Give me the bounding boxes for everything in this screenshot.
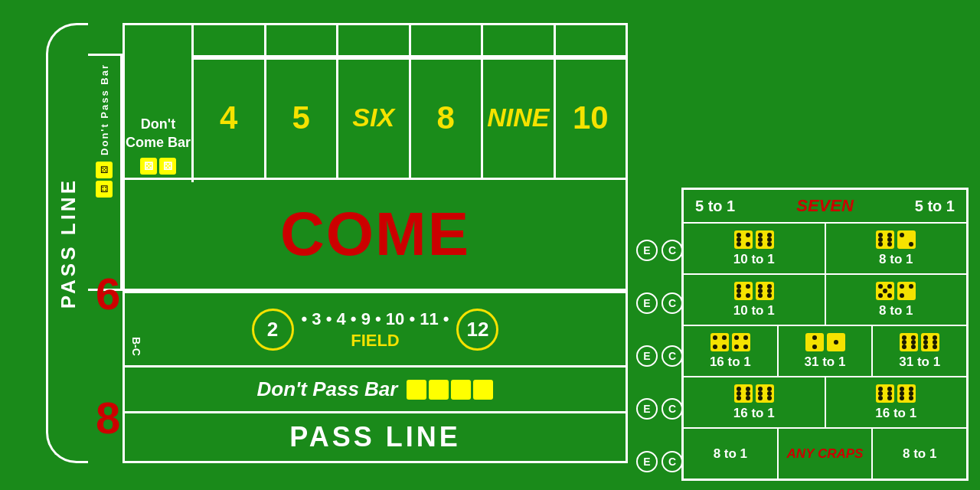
odds-1-right-text: 8 to 1	[879, 252, 913, 267]
svg-point-81	[746, 391, 750, 396]
odds-cell-5-left: 8 to 1	[684, 429, 779, 479]
dpb-die-4	[473, 380, 493, 400]
pass-line-bottom: PASS LINE	[122, 413, 628, 463]
die-svg-6	[756, 282, 774, 300]
dont-pass-vertical-strip: Don't Pass Bar ⚄ ⚃	[88, 54, 122, 291]
svg-point-83	[758, 387, 763, 391]
svg-point-78	[737, 396, 741, 400]
die-2: ⚃	[96, 181, 113, 198]
any-craps-label: ANY CRAPS	[787, 446, 864, 462]
svg-point-95	[887, 391, 892, 396]
dont-pass-vertical-label: Don't Pass Bar	[99, 64, 110, 155]
dont-come-bar-text: Don't Come Bar	[125, 116, 191, 152]
num-5: 5	[266, 57, 339, 178]
odds-cell-3-mid: 31 to 1	[779, 326, 874, 376]
svg-point-27	[746, 293, 750, 298]
odds-cell-4-left: 16 to 1	[684, 377, 826, 427]
dont-pass-dice	[407, 380, 493, 400]
svg-point-65	[911, 340, 916, 345]
svg-point-5	[737, 237, 741, 242]
svg-point-12	[767, 237, 772, 242]
die-svg-7	[876, 282, 894, 300]
e-circle-4: E	[636, 398, 658, 420]
svg-point-67	[911, 345, 916, 349]
svg-point-2	[746, 233, 750, 237]
dice-pair-2l	[734, 282, 774, 300]
odds-panel: 5 to 1 SEVEN 5 to 1	[681, 188, 969, 481]
svg-point-100	[909, 396, 913, 400]
dont-pass-bottom: Don't Pass Bar	[122, 368, 628, 413]
svg-point-48	[722, 335, 727, 340]
svg-point-80	[737, 391, 741, 396]
svg-point-41	[887, 293, 892, 298]
svg-point-18	[878, 237, 883, 242]
svg-point-34	[758, 289, 763, 293]
svg-rect-42	[897, 282, 916, 300]
dice-pair-4r	[876, 384, 916, 403]
c-circle-2: C	[662, 292, 683, 314]
num-six: SIX	[338, 57, 411, 178]
ec-row-1: E C	[636, 224, 683, 276]
odds-cell-5-right: 8 to 1	[873, 429, 966, 479]
svg-point-72	[933, 340, 937, 345]
number-cells: 4 5 SIX 8 NINE 10	[194, 55, 626, 178]
svg-point-102	[909, 391, 913, 396]
odds-cell-4-right: 16 to 1	[826, 377, 967, 427]
header-right-odds: 5 to 1	[915, 198, 955, 215]
svg-point-35	[767, 289, 772, 293]
craps-table: PASS LINE Don't Pass Bar ⚄ ⚃ Don't Come …	[46, 23, 628, 463]
odds-cell-2-right: 8 to 1	[826, 275, 967, 325]
odds-cell-2-left: 10 to 1	[684, 275, 826, 325]
svg-point-47	[713, 335, 717, 340]
svg-point-90	[878, 387, 883, 391]
dice-pair-4l	[734, 384, 774, 403]
dice-pair-2r	[876, 282, 916, 300]
die-svg-9	[710, 333, 729, 351]
svg-point-60	[834, 340, 838, 345]
c-circle-1: C	[662, 240, 683, 261]
die-svg-14	[921, 333, 939, 351]
die-svg-15	[734, 384, 753, 403]
odds-cell-3-right: 31 to 1	[873, 326, 966, 376]
die-svg-10	[732, 333, 750, 351]
ec-row-2: E C	[636, 277, 683, 328]
dont-pass-bar-text: Don't Pass Bar	[257, 377, 398, 401]
svg-point-86	[767, 396, 772, 400]
pass-line-vertical: PASS LINE	[46, 23, 88, 463]
die-svg-8	[897, 282, 916, 300]
pass-line-vertical-label: PASS LINE	[57, 178, 80, 309]
svg-point-94	[878, 391, 883, 396]
field-numbers: • 3 • 4 • 9 • 10 • 11 •	[302, 308, 449, 332]
svg-point-77	[746, 387, 750, 391]
ec-row-5: E C	[636, 436, 683, 487]
dont-pass-dice-vertical: ⚄ ⚃	[96, 162, 113, 198]
odds-2-right-text: 8 to 1	[879, 303, 913, 318]
die-svg-4	[897, 230, 916, 249]
odds-5-left-text: 8 to 1	[714, 446, 747, 462]
svg-point-85	[758, 396, 763, 400]
svg-point-84	[767, 387, 772, 391]
svg-point-64	[902, 340, 906, 345]
ec-column: E C E C E C E C E C	[636, 224, 683, 487]
die-dc-1: ⚄	[140, 158, 157, 175]
svg-point-99	[900, 396, 904, 400]
odds-row-1: 10 to 1 8 to 1	[684, 224, 966, 275]
field-label: FIELD	[302, 331, 449, 351]
c-circle-3: C	[662, 345, 683, 367]
die-svg-12	[827, 333, 845, 351]
odds-4-left-text: 16 to 1	[733, 406, 775, 421]
svg-point-49	[713, 345, 717, 349]
num-10: 10	[556, 57, 626, 178]
die-svg-13	[900, 333, 918, 351]
odds-row-3: 16 to 1 31 to 1	[684, 326, 966, 377]
svg-point-8	[767, 233, 772, 237]
die-svg-18	[897, 384, 916, 403]
svg-point-1	[737, 233, 741, 237]
dice-pair-1l	[734, 230, 774, 249]
come-label: COME	[280, 199, 470, 270]
odds-cell-1-right: 8 to 1	[826, 224, 967, 273]
svg-point-97	[900, 387, 904, 391]
svg-point-3	[737, 242, 741, 247]
ec-row-3: E C	[636, 330, 683, 381]
svg-point-43	[909, 284, 913, 289]
